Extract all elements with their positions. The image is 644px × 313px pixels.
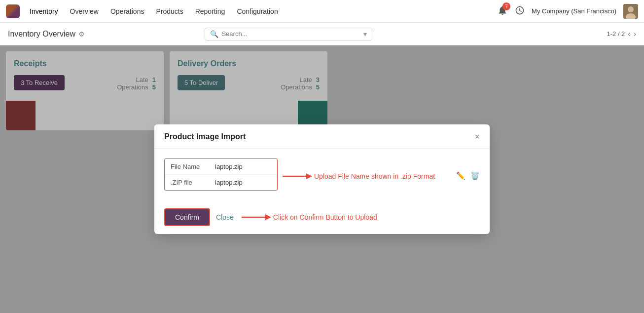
nav-overview[interactable]: Overview — [65, 4, 104, 18]
next-page-button[interactable]: › — [634, 30, 636, 39]
file-info-table: File Name laptop.zip .ZIP file laptop.zi… — [164, 158, 278, 191]
main-content: Receipts 3 To Receive Late1 Operations5 … — [0, 45, 644, 313]
close-button[interactable]: Close — [216, 213, 234, 221]
notification-count: 7 — [502, 2, 510, 10]
nav-reporting[interactable]: Reporting — [190, 4, 230, 18]
settings-icon[interactable]: ⚙ — [78, 30, 85, 38]
navbar: Inventory Overview Operations Products R… — [0, 0, 644, 23]
nav-products[interactable]: Products — [151, 4, 188, 18]
nav-inventory[interactable]: Inventory — [25, 4, 63, 18]
zip-value: laptop.zip — [215, 179, 243, 186]
notification-bell[interactable]: 7 — [497, 5, 508, 17]
nav-operations[interactable]: Operations — [106, 4, 149, 18]
footer-annotation-row: Click on Confirm Button to Upload — [242, 212, 377, 222]
company-name[interactable]: My Company (San Francisco) — [532, 7, 616, 15]
zip-file-row: .ZIP file laptop.zip — [165, 175, 277, 190]
dialog-body: File Name laptop.zip .ZIP file laptop.zi… — [154, 149, 490, 202]
nav-menu: Inventory Overview Operations Products R… — [25, 4, 497, 18]
file-edit-icon[interactable]: ✏️ — [456, 171, 465, 180]
pagination: 1-2 / 2 ‹ › — [607, 30, 636, 39]
search-input[interactable] — [221, 30, 361, 38]
annotation-arrow-1 — [283, 171, 312, 181]
search-icon: 🔍 — [210, 30, 218, 38]
svg-point-1 — [628, 6, 634, 12]
inventory-overview-label: Inventory Overview — [8, 30, 75, 39]
nav-configuration[interactable]: Configuration — [232, 4, 283, 18]
annotation-arrow-2 — [242, 212, 271, 222]
pagination-label: 1-2 / 2 — [607, 30, 625, 38]
clock-icon[interactable] — [515, 5, 525, 17]
dialog-close-button[interactable]: × — [474, 132, 480, 141]
subheader: Inventory Overview ⚙ 🔍 ▾ 1-2 / 2 ‹ › — [0, 23, 644, 45]
file-name-label: File Name — [171, 163, 215, 170]
dialog-footer: Confirm Close Click on Confirm Button to… — [154, 202, 490, 234]
app-logo[interactable] — [6, 4, 20, 18]
dialog-title: Product Image Import — [164, 132, 246, 141]
user-avatar[interactable] — [623, 4, 638, 19]
annotation-text-2: Click on Confirm Button to Upload — [273, 213, 377, 221]
product-image-import-dialog: Product Image Import × File Name laptop.… — [154, 124, 490, 234]
modal-overlay: Product Image Import × File Name laptop.… — [0, 45, 644, 313]
zip-label: .ZIP file — [171, 179, 215, 186]
subheader-title: Inventory Overview ⚙ — [8, 30, 85, 39]
search-bar[interactable]: 🔍 ▾ — [205, 28, 372, 40]
file-name-row: File Name laptop.zip — [165, 159, 277, 175]
svg-marker-4 — [306, 173, 312, 179]
prev-page-button[interactable]: ‹ — [628, 30, 630, 39]
file-name-value: laptop.zip — [215, 163, 243, 170]
dialog-header: Product Image Import × — [154, 124, 490, 149]
confirm-button[interactable]: Confirm — [164, 208, 210, 226]
search-dropdown-icon[interactable]: ▾ — [363, 30, 367, 38]
svg-marker-6 — [265, 214, 271, 220]
navbar-right: 7 My Company (San Francisco) — [497, 4, 638, 19]
annotation-text-1: Upload File Name shown in .zip Format — [314, 172, 435, 180]
file-delete-icon[interactable]: 🗑️ — [470, 171, 480, 180]
